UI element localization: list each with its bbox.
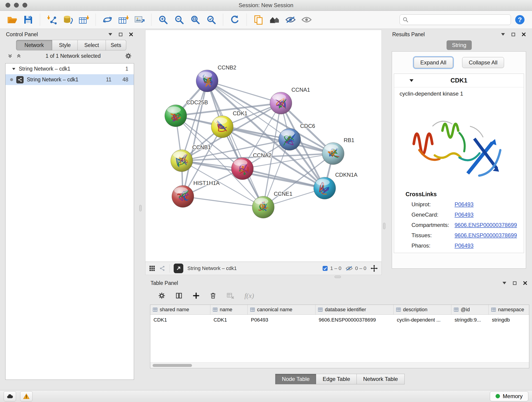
control-panel-title: Control Panel <box>6 32 38 38</box>
toolbar-separator <box>151 13 152 26</box>
zoom-selected-button[interactable] <box>204 13 218 27</box>
network-node-CDKN1A[interactable]: CDKN1A <box>314 172 357 199</box>
network-node-HIST1H1A[interactable]: HIST1H1A <box>172 180 220 207</box>
toolbar-separator <box>95 13 96 26</box>
scrollbar-thumb[interactable] <box>152 364 192 367</box>
column-header[interactable]: database identifier <box>316 305 394 314</box>
panel-float-button[interactable] <box>108 33 113 36</box>
splitter-handle[interactable] <box>139 205 142 211</box>
chevron-down-icon <box>108 33 113 36</box>
crosslink-pharos[interactable]: P06493 <box>455 242 474 249</box>
save-session-button[interactable] <box>21 13 35 27</box>
zoom-in-button[interactable] <box>156 13 170 27</box>
collapse-all-button[interactable]: Collapse All <box>462 57 504 68</box>
window-close-button[interactable] <box>6 3 10 7</box>
warnings-button[interactable] <box>20 391 32 401</box>
square-icon <box>513 281 517 285</box>
delete-column-button[interactable] <box>210 292 216 299</box>
column-header[interactable]: @id <box>451 305 489 314</box>
cloud-button[interactable] <box>4 391 16 401</box>
chevron-down-icon <box>409 79 414 82</box>
column-header[interactable]: name <box>210 305 248 314</box>
crosslink-compartments[interactable]: 9606.ENSP00000378699 <box>455 222 517 228</box>
show-columns-button[interactable] <box>175 292 183 299</box>
tab-network[interactable]: Network <box>16 40 52 51</box>
tab-node-table[interactable]: Node Table <box>275 374 316 384</box>
panel-float-button[interactable] <box>501 33 505 36</box>
arrow-out-icon <box>176 266 181 271</box>
panel-close-button[interactable] <box>521 32 526 37</box>
memory-button[interactable]: Memory <box>490 391 528 401</box>
string-tab[interactable]: String <box>447 40 472 50</box>
network-node-CCNA1[interactable]: CCNA1 <box>270 87 310 114</box>
column-header[interactable]: canonical name <box>248 305 316 314</box>
network-edge[interactable] <box>183 196 263 207</box>
network-options-button[interactable] <box>125 53 132 59</box>
network-node-RB1[interactable]: RB1 <box>322 137 355 165</box>
tab-style[interactable]: Style <box>52 40 78 51</box>
splitter-handle[interactable] <box>335 276 341 278</box>
open-in-new-button[interactable] <box>174 264 183 273</box>
search-box[interactable] <box>399 14 511 25</box>
help-button[interactable] <box>513 13 527 27</box>
network-edge[interactable] <box>183 81 207 196</box>
pan-mode-button[interactable] <box>370 265 378 272</box>
expand-all-tree-button[interactable] <box>17 54 21 58</box>
zoom-out-button[interactable] <box>172 13 186 27</box>
window-zoom-button[interactable] <box>22 3 27 7</box>
network-node-CDK1[interactable]: CDK1 <box>211 110 247 138</box>
network-node-CCNE1[interactable]: CCNE1 <box>252 191 292 218</box>
import-table-button[interactable] <box>77 13 91 27</box>
network-graph[interactable]: CCNB2CCNA1CDC25BCDK1CDC6RB1CCNB1CCNA2CDK… <box>146 30 381 262</box>
column-header[interactable]: description <box>394 305 451 314</box>
import-network-database-button[interactable] <box>61 13 75 27</box>
network-canvas[interactable]: CCNB2CCNA1CDC25BCDK1CDC6RB1CCNB1CCNA2CDK… <box>145 30 382 262</box>
panel-float-button[interactable] <box>502 281 507 285</box>
refresh-icon <box>230 15 240 25</box>
gene-section-header[interactable]: CDK1 <box>394 74 524 87</box>
open-session-button[interactable] <box>5 13 19 27</box>
network-edge[interactable] <box>207 81 263 207</box>
crosslink-uniprot[interactable]: P06493 <box>455 201 474 208</box>
panel-maximize-button[interactable] <box>511 32 515 37</box>
crosslink-genecard[interactable]: P06493 <box>455 211 474 218</box>
houses-icon <box>269 16 280 24</box>
delete-table-button[interactable] <box>227 292 234 299</box>
new-network-from-selection-button[interactable] <box>100 13 114 27</box>
horizontal-scrollbar[interactable] <box>150 362 529 368</box>
splitter-handle[interactable] <box>383 223 385 229</box>
export-table-button[interactable] <box>116 13 131 27</box>
tab-select[interactable]: Select <box>78 40 106 51</box>
create-column-button[interactable] <box>193 292 200 299</box>
apply-layout-button[interactable] <box>228 13 242 27</box>
function-builder-button[interactable]: f(x) <box>244 292 254 300</box>
panel-maximize-button[interactable] <box>513 281 517 285</box>
import-network-file-button[interactable] <box>45 13 59 27</box>
home-button[interactable] <box>267 13 282 27</box>
birdseye-toggle-button[interactable] <box>149 265 155 271</box>
window-minimize-button[interactable] <box>14 3 19 7</box>
show-details-button[interactable] <box>299 13 314 27</box>
column-header[interactable]: namespace <box>489 305 529 314</box>
crosslink-label: Uniprot: <box>412 201 455 208</box>
collapse-all-tree-button[interactable] <box>8 54 12 58</box>
export-image-button[interactable] <box>133 13 147 27</box>
tab-sets[interactable]: Sets <box>106 40 126 51</box>
panel-maximize-button[interactable] <box>119 32 123 37</box>
panel-close-button[interactable] <box>129 32 133 37</box>
zoom-fit-button[interactable] <box>188 13 202 27</box>
search-input[interactable] <box>411 17 508 23</box>
table-options-button[interactable] <box>158 292 165 299</box>
crosslink-tissues[interactable]: 9606.ENSP00000378699 <box>455 232 517 239</box>
hide-details-button[interactable] <box>283 13 298 27</box>
column-header[interactable]: shared name <box>150 305 210 314</box>
tab-edge-table[interactable]: Edge Table <box>316 374 357 384</box>
selected-count-indicator: 1 – 0 <box>322 265 341 271</box>
panel-close-button[interactable] <box>523 281 527 285</box>
network-row[interactable]: String Network – cdk1 11 48 <box>6 74 134 85</box>
tab-network-table[interactable]: Network Table <box>357 374 405 384</box>
table-row[interactable]: CDK1 CDK1 P06493 9606.ENSP00000378699 cy… <box>150 315 529 325</box>
expand-all-button[interactable]: Expand All <box>414 57 453 68</box>
network-collection-row[interactable]: String Network – cdk1 1 <box>6 64 134 74</box>
copy-document-button[interactable] <box>251 13 266 27</box>
